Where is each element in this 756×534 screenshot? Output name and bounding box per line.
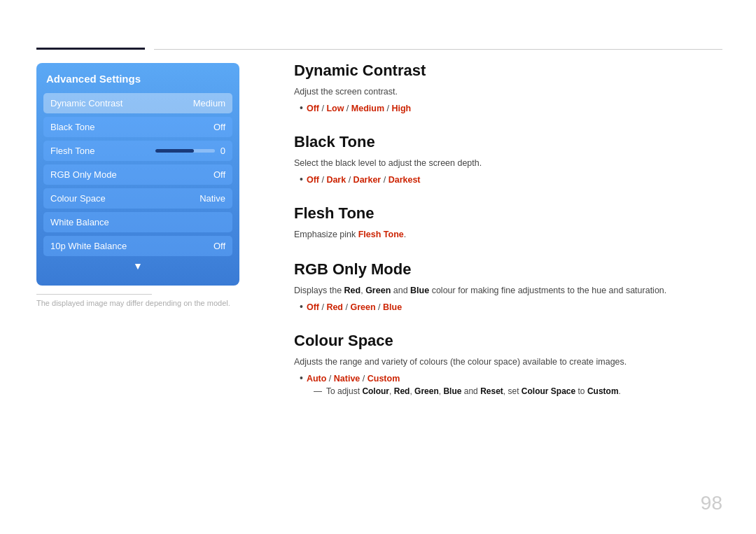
dynamic-contrast-label: Dynamic Contrast: [50, 98, 122, 108]
dynamic-contrast-option-off: Off / Low / Medium / High: [307, 104, 411, 113]
colour-space-title: Colour Space: [294, 332, 742, 350]
flesh-tone-highlight: Flesh Tone: [358, 230, 404, 239]
colour-space-value: Native: [200, 193, 225, 204]
black-tone-title: Black Tone: [294, 133, 742, 151]
dynamic-contrast-options: • Off / Low / Medium / High: [300, 102, 742, 113]
bullet-dot-3: •: [300, 301, 303, 312]
section-flesh-tone: Flesh Tone Emphasize pink Flesh Tone.: [294, 204, 742, 241]
colour-space-label: Colour Space: [50, 193, 106, 204]
left-panel: Advanced Settings Dynamic Contrast Mediu…: [36, 63, 239, 286]
dynamic-contrast-desc: Adjust the screen contrast.: [294, 85, 742, 99]
section-black-tone: Black Tone Select the black level to adj…: [294, 133, 742, 185]
rgb-only-mode-desc: Displays the Red, Green and Blue colour …: [294, 284, 742, 297]
rgb-only-mode-value: Off: [214, 169, 225, 180]
colour-space-options: • Auto / Native / Custom: [300, 372, 742, 384]
colour-space-sub-bullet: — To adjust Colour, Red, Green, Blue and…: [314, 386, 742, 396]
flesh-tone-title: Flesh Tone: [294, 204, 742, 223]
menu-item-dynamic-contrast[interactable]: Dynamic Contrast Medium: [43, 93, 232, 113]
section-dynamic-contrast: Dynamic Contrast Adjust the screen contr…: [294, 62, 742, 113]
top-border-right: [154, 49, 722, 50]
rgb-blue-label: Blue: [410, 286, 429, 295]
bullet-dot-4: •: [300, 372, 303, 384]
rgb-only-mode-options: • Off / Red / Green / Blue: [300, 301, 742, 312]
menu-item-colour-space[interactable]: Colour Space Native: [43, 188, 232, 209]
colour-space-desc: Adjusts the range and variety of colours…: [294, 356, 742, 369]
rgb-option-list: Off / Red / Green / Blue: [307, 302, 402, 312]
page-number: 98: [701, 492, 722, 514]
black-tone-options: • Off / Dark / Darker / Darkest: [300, 174, 742, 185]
down-arrow-icon: ▼: [43, 260, 232, 272]
rgb-only-mode-label: RGB Only Mode: [50, 169, 117, 180]
right-content: Dynamic Contrast Adjust the screen contr…: [294, 62, 742, 416]
black-tone-label: Black Tone: [50, 122, 94, 132]
white-balance-label: White Balance: [50, 217, 109, 227]
rgb-green-label: Green: [365, 286, 391, 295]
top-border-left: [36, 48, 145, 50]
rgb-red-label: Red: [344, 286, 361, 295]
flesh-tone-slider-fill: [155, 149, 194, 153]
panel-title: Advanced Settings: [43, 73, 232, 85]
footnote-text: The displayed image may differ depending…: [36, 299, 230, 307]
bullet-dot-2: •: [300, 174, 303, 185]
menu-item-white-balance[interactable]: White Balance: [43, 212, 232, 232]
flesh-tone-label: Flesh Tone: [50, 146, 94, 156]
section-rgb-only-mode: RGB Only Mode Displays the Red, Green an…: [294, 260, 742, 312]
menu-item-rgb-only-mode[interactable]: RGB Only Mode Off: [43, 164, 232, 185]
flesh-tone-slider-track[interactable]: [155, 149, 215, 153]
section-colour-space: Colour Space Adjusts the range and varie…: [294, 332, 742, 396]
dynamic-contrast-title: Dynamic Contrast: [294, 62, 742, 80]
flesh-tone-slider-container: 0: [155, 146, 225, 156]
black-tone-option-list: Off / Dark / Darker / Darkest: [307, 175, 421, 185]
footnote: The displayed image may differ depending…: [36, 294, 230, 307]
rgb-only-mode-title: RGB Only Mode: [294, 260, 742, 279]
colour-space-sub-text: To adjust Colour, Red, Green, Blue and R…: [326, 386, 621, 396]
menu-item-10p-white-balance[interactable]: 10p White Balance Off: [43, 236, 232, 256]
flesh-tone-value: 0: [220, 146, 225, 156]
10p-white-balance-value: Off: [214, 241, 225, 251]
advanced-settings-box: Advanced Settings Dynamic Contrast Mediu…: [36, 63, 239, 286]
bullet-dot: •: [300, 102, 303, 113]
menu-item-flesh-tone[interactable]: Flesh Tone 0: [43, 141, 232, 161]
black-tone-desc: Select the black level to adjust the scr…: [294, 157, 742, 170]
flesh-tone-desc: Emphasize pink Flesh Tone.: [294, 228, 742, 241]
menu-item-black-tone[interactable]: Black Tone Off: [43, 117, 232, 137]
footnote-line: [36, 294, 152, 295]
black-tone-value: Off: [214, 122, 225, 132]
10p-white-balance-label: 10p White Balance: [50, 241, 127, 251]
em-dash-icon: —: [314, 386, 322, 396]
dynamic-contrast-value: Medium: [193, 98, 225, 108]
colour-space-option-list: Auto / Native / Custom: [307, 374, 400, 384]
